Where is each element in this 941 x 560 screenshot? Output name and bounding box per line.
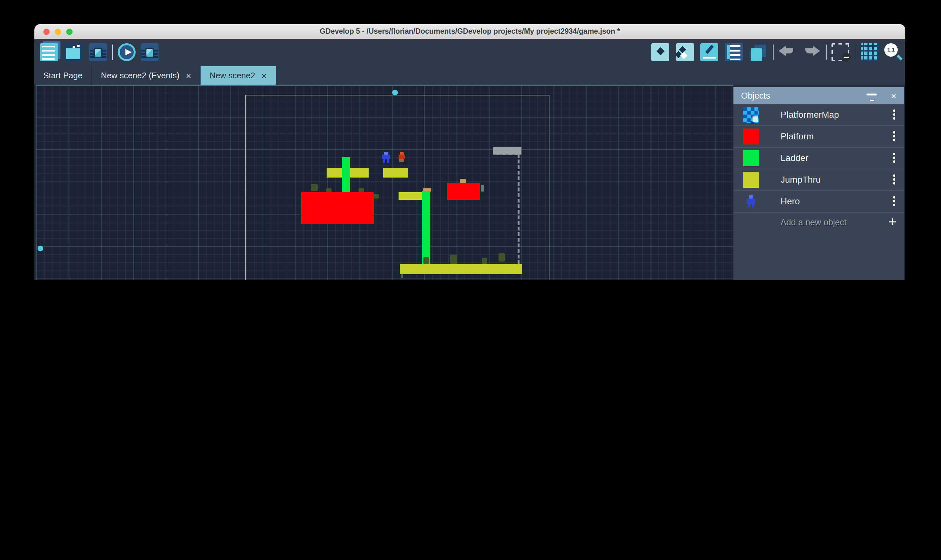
scene-platform[interactable] <box>301 192 374 224</box>
close-icon[interactable]: × <box>261 71 266 80</box>
grid-icon[interactable] <box>861 43 879 61</box>
scene-ladder[interactable] <box>342 157 350 192</box>
object-icon[interactable] <box>651 43 669 61</box>
scene-window-icon[interactable] <box>64 43 82 61</box>
scene-grass[interactable] <box>311 184 318 191</box>
scene-grass[interactable] <box>326 188 332 192</box>
object-thumbnail <box>743 129 759 145</box>
object-row-platformermap[interactable]: PlatformerMap <box>733 105 904 126</box>
close-icon[interactable]: × <box>186 71 191 80</box>
canvas-top-edge <box>36 85 733 86</box>
tab-new-scene2[interactable]: New scene2× <box>200 66 276 85</box>
scene-grass[interactable] <box>482 258 487 264</box>
scene-grass[interactable] <box>450 255 457 264</box>
objects-panel-header: Objects × <box>733 87 904 105</box>
kebab-menu-icon[interactable] <box>893 135 895 137</box>
tab-bar: Start PageNew scene2 (Events)×New scene2… <box>34 66 906 85</box>
redo-icon[interactable] <box>803 43 821 61</box>
object-thumbnail <box>743 150 759 166</box>
kebab-menu-icon[interactable] <box>893 178 895 180</box>
zoom-1-1-icon[interactable] <box>884 43 902 61</box>
tab-start-page[interactable]: Start Page <box>34 66 92 85</box>
object-row-ladder[interactable]: Ladder <box>733 148 904 169</box>
objects-panel-title: Objects <box>741 91 770 100</box>
delete-selection-icon[interactable] <box>832 43 849 61</box>
close-icon[interactable]: × <box>891 91 896 100</box>
scene-jumpthru[interactable] <box>383 168 408 177</box>
tab-label: New scene2 (Events) <box>101 71 180 80</box>
titlebar[interactable]: GDevelop 5 - /Users/florian/Documents/GD… <box>34 24 906 40</box>
window-title: GDevelop 5 - /Users/florian/Documents/GD… <box>34 27 906 35</box>
object-thumbnail <box>743 107 759 123</box>
scene-hero[interactable] <box>382 152 390 163</box>
scene-enemy[interactable] <box>398 152 405 163</box>
object-label: Ladder <box>781 153 808 163</box>
object-row-jumpthru[interactable]: JumpThru <box>733 169 904 191</box>
selection-handle[interactable] <box>38 246 43 251</box>
play-icon[interactable] <box>118 43 136 61</box>
object-group-icon[interactable] <box>676 43 694 61</box>
objects-panel: Objects × PlatformerMapPlatformLadderJum… <box>733 87 904 280</box>
scene-tan[interactable] <box>460 179 466 183</box>
scene-grass[interactable] <box>499 253 505 262</box>
scene-stub[interactable] <box>481 185 484 192</box>
scene-chain[interactable] <box>517 154 519 264</box>
object-label: Platform <box>781 131 814 141</box>
object-row-platform[interactable]: Platform <box>733 126 904 148</box>
tab-label: Start Page <box>43 71 82 80</box>
debug-icon[interactable] <box>89 43 107 61</box>
object-list-icon[interactable] <box>725 43 743 61</box>
selection-handle[interactable] <box>392 90 398 95</box>
filter-icon[interactable] <box>867 93 877 95</box>
object-thumbnail <box>743 194 759 209</box>
object-thumbnail <box>743 172 759 188</box>
scene-grass[interactable] <box>424 257 429 264</box>
add-object-label: Add a new object <box>781 218 847 227</box>
toolbar-divider <box>773 45 773 60</box>
scene-graydash[interactable] <box>493 147 521 155</box>
scene-grass[interactable] <box>374 194 379 198</box>
scene-layers-icon[interactable] <box>749 43 767 61</box>
toolbar-divider <box>856 45 856 60</box>
scene-vine[interactable] <box>401 274 403 280</box>
object-row-hero[interactable]: Hero <box>733 191 904 212</box>
toolbar-divider <box>112 45 113 60</box>
game-window-border <box>245 95 550 280</box>
scene-jumpthru[interactable] <box>399 192 422 200</box>
object-label: JumpThru <box>781 174 821 185</box>
properties-icon[interactable] <box>700 43 718 61</box>
add-object-row[interactable]: Add a new object + <box>733 212 904 234</box>
plus-icon[interactable]: + <box>888 215 896 229</box>
scene-canvas[interactable]: 417;139 <box>36 85 733 280</box>
screenshot-stage: GDevelop 5 - /Users/florian/Documents/GD… <box>0 0 941 280</box>
tab-new-scene2-events-[interactable]: New scene2 (Events)× <box>92 66 201 85</box>
gdevelop-window: GDevelop 5 - /Users/florian/Documents/GD… <box>34 24 906 280</box>
scene-jumpthru[interactable] <box>400 264 522 274</box>
object-label: Hero <box>781 196 800 206</box>
tab-label: New scene2 <box>209 71 255 80</box>
scene-platform[interactable] <box>447 183 480 200</box>
events-sheet-icon[interactable] <box>40 43 58 61</box>
object-label: PlatformerMap <box>781 109 839 120</box>
debug-2-icon[interactable] <box>141 43 159 61</box>
toolbar-divider <box>826 45 827 60</box>
kebab-menu-icon[interactable] <box>893 113 895 115</box>
kebab-menu-icon[interactable] <box>893 200 895 202</box>
scene-grass[interactable] <box>359 188 364 192</box>
scene-ladder[interactable] <box>422 191 430 264</box>
toolbar <box>34 39 906 66</box>
kebab-menu-icon[interactable] <box>893 157 895 159</box>
undo-icon[interactable] <box>778 43 796 61</box>
